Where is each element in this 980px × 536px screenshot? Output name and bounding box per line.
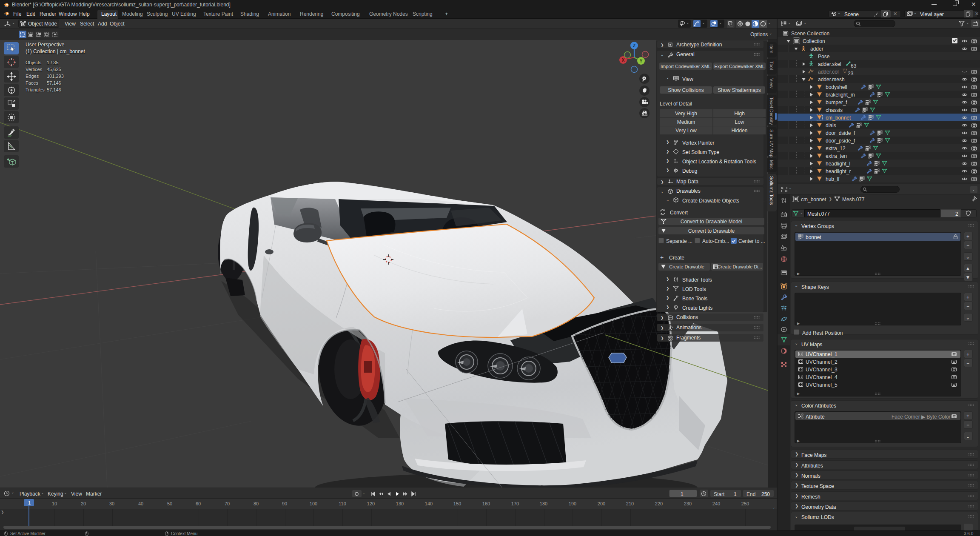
svg-text:X: X (622, 58, 625, 63)
svg-text:Z: Z (633, 43, 635, 48)
svg-text:Y: Y (640, 59, 643, 63)
